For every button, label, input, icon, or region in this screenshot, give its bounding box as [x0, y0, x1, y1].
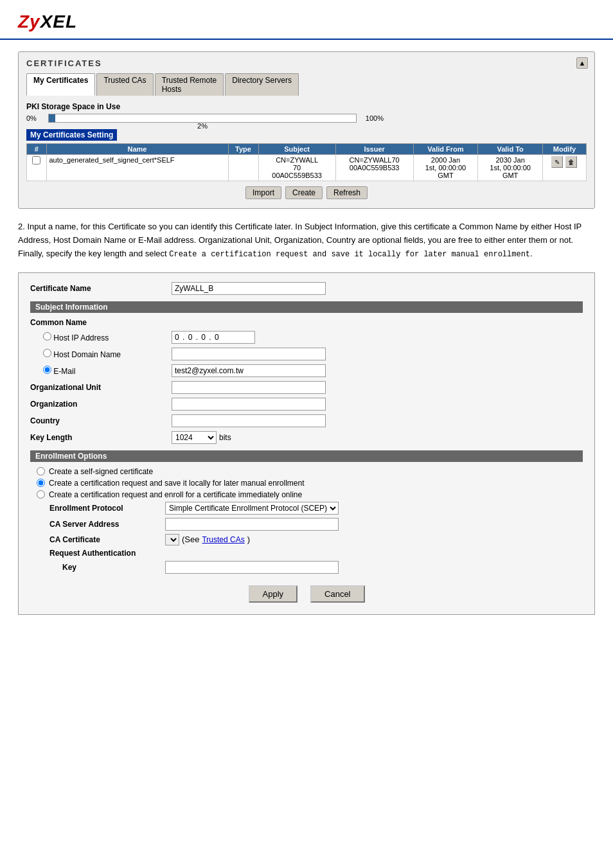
- enrollment-self-signed-label: Create a self-signed certificate: [49, 467, 153, 476]
- form-buttons: Apply Cancel: [30, 585, 583, 603]
- ca-cert-row: CA Certificate (See Trusted CAs ): [49, 534, 583, 545]
- enrollment-options-area: Create a self-signed certificate Create …: [37, 467, 583, 574]
- host-domain-input[interactable]: [172, 348, 326, 360]
- host-ip-row: Host IP Address: [30, 331, 583, 344]
- col-type: Type: [228, 144, 258, 155]
- row-checkbox[interactable]: [32, 156, 40, 164]
- tab-trusted-cas[interactable]: Trusted CAs: [96, 73, 153, 96]
- subject-info-bar: Subject Information: [30, 301, 583, 313]
- org-row: Organization: [30, 398, 583, 411]
- header: ZyXEL: [0, 0, 613, 40]
- col-subject: Subject: [258, 144, 335, 155]
- org-label: Organization: [30, 400, 172, 409]
- logo-xel: XEL: [40, 12, 77, 31]
- host-domain-label: Host Domain Name: [30, 349, 172, 359]
- row-type: [228, 155, 258, 181]
- cancel-button[interactable]: Cancel: [310, 585, 364, 603]
- enrollment-protocol-row: Enrollment Protocol Simple Certificate E…: [49, 502, 583, 515]
- enrollment-cert-request-online-row: Create a certification request and enrol…: [37, 490, 583, 499]
- radio-self-signed[interactable]: [37, 467, 45, 475]
- enrollment-cert-request-online-label: Create a certification request and enrol…: [49, 490, 302, 499]
- logo-zy: Zy: [18, 12, 40, 31]
- host-ip-input[interactable]: [172, 331, 255, 344]
- ca-cert-select[interactable]: [165, 534, 179, 545]
- bits-label: bits: [219, 433, 231, 442]
- table-row: auto_generated_self_signed_cert*SELF CN=…: [27, 155, 587, 181]
- apply-button[interactable]: Apply: [249, 585, 298, 603]
- cert-name-row: Certificate Name: [30, 282, 583, 295]
- cert-action-buttons: Import Create Refresh: [26, 186, 587, 199]
- email-input[interactable]: [172, 364, 326, 377]
- email-label: E-Mail: [30, 366, 172, 376]
- row-issuer: CN=ZYWALL7000A0C559B533: [335, 155, 413, 181]
- radio-email[interactable]: [43, 366, 51, 374]
- key-row: Key: [49, 561, 583, 574]
- tab-my-certificates[interactable]: My Certificates: [26, 73, 95, 96]
- logo: ZyXEL: [18, 12, 595, 32]
- my-cert-setting-label: My Certificates Setting: [26, 129, 117, 141]
- org-unit-row: Organizational Unit: [30, 381, 583, 394]
- enrollment-self-signed-row: Create a self-signed certificate: [37, 467, 583, 476]
- tab-trusted-remote-hosts[interactable]: Trusted RemoteHosts: [155, 73, 224, 96]
- progress-label-left: 0%: [26, 114, 44, 122]
- org-unit-label: Organizational Unit: [30, 383, 172, 392]
- email-row: E-Mail: [30, 364, 583, 377]
- host-ip-label: Host IP Address: [30, 332, 172, 342]
- ca-server-label: CA Server Address: [49, 520, 165, 529]
- create-cert-form: Certificate Name Subject Information Com…: [18, 272, 595, 615]
- import-button[interactable]: Import: [245, 186, 281, 199]
- pki-storage-progress: 0% 2% 100%: [26, 114, 587, 123]
- org-input[interactable]: [172, 398, 326, 411]
- key-length-label: Key Length: [30, 433, 172, 442]
- country-input[interactable]: [172, 414, 326, 427]
- col-valid-to: Valid To: [478, 144, 543, 155]
- see-close-label: ): [247, 535, 250, 544]
- panel-collapse-icon[interactable]: ▲: [576, 57, 588, 69]
- row-subject: CN=ZYWALL7000A0C559B533: [258, 155, 335, 181]
- common-name-label: Common Name: [30, 318, 172, 327]
- refresh-button[interactable]: Refresh: [326, 186, 368, 199]
- panel-title: CERTIFICATES: [26, 58, 587, 68]
- edit-icon[interactable]: ✎: [551, 156, 563, 168]
- enrollment-cert-request-local-label: Create a certification request and save …: [49, 479, 305, 488]
- cert-name-input[interactable]: [172, 282, 326, 295]
- cert-name-label: Certificate Name: [30, 284, 172, 293]
- progress-bar-fill: [49, 114, 55, 122]
- row-name: auto_generated_self_signed_cert*SELF: [46, 155, 228, 181]
- radio-host-ip[interactable]: [43, 332, 51, 341]
- org-unit-input[interactable]: [172, 381, 326, 394]
- common-name-row: Common Name: [30, 318, 583, 327]
- radio-host-domain[interactable]: [43, 349, 51, 357]
- trusted-cas-link[interactable]: Trusted CAs: [202, 535, 244, 544]
- enrollment-protocol-label: Enrollment Protocol: [49, 504, 165, 513]
- col-name: Name: [46, 144, 228, 155]
- ca-cert-label: CA Certificate: [49, 535, 165, 544]
- col-num: #: [27, 144, 47, 155]
- ca-server-row: CA Server Address: [49, 518, 583, 531]
- col-valid-from: Valid From: [413, 144, 478, 155]
- see-label: (See: [182, 535, 199, 544]
- pki-storage-label: PKI Storage Space in Use: [26, 102, 587, 111]
- highlight-text: Create a certification request and save …: [169, 250, 530, 259]
- row-valid-from: 2000 Jan1st, 00:00:00GMT: [413, 155, 478, 181]
- row-checkbox-cell: [27, 155, 47, 181]
- cert-table: # Name Type Subject Issuer Valid From Va…: [26, 143, 587, 181]
- enrollment-options-bar: Enrollment Options: [30, 450, 583, 462]
- tab-directory-servers[interactable]: Directory Servers: [225, 73, 299, 96]
- request-auth-label: Request Authentication: [49, 549, 165, 558]
- ca-server-input[interactable]: [165, 518, 339, 531]
- row-valid-to: 2030 Jan1st, 00:00:00GMT: [478, 155, 543, 181]
- enrollment-protocol-select[interactable]: Simple Certificate Enrollment Protocol (…: [165, 502, 339, 515]
- country-row: Country: [30, 414, 583, 427]
- progress-bar: 2%: [48, 114, 357, 123]
- cert-tabs: My Certificates Trusted CAs Trusted Remo…: [26, 73, 587, 96]
- radio-cert-request-online[interactable]: [37, 490, 45, 499]
- delete-icon[interactable]: 🗑: [565, 156, 577, 168]
- key-length-row: Key Length 512 1024 2048 bits: [30, 431, 583, 444]
- see-trusted-row: (See Trusted CAs ): [165, 534, 250, 545]
- col-issuer: Issuer: [335, 144, 413, 155]
- create-button[interactable]: Create: [285, 186, 323, 199]
- key-input[interactable]: [165, 561, 339, 574]
- radio-cert-request-local[interactable]: [37, 479, 45, 487]
- key-length-select[interactable]: 512 1024 2048: [172, 431, 217, 444]
